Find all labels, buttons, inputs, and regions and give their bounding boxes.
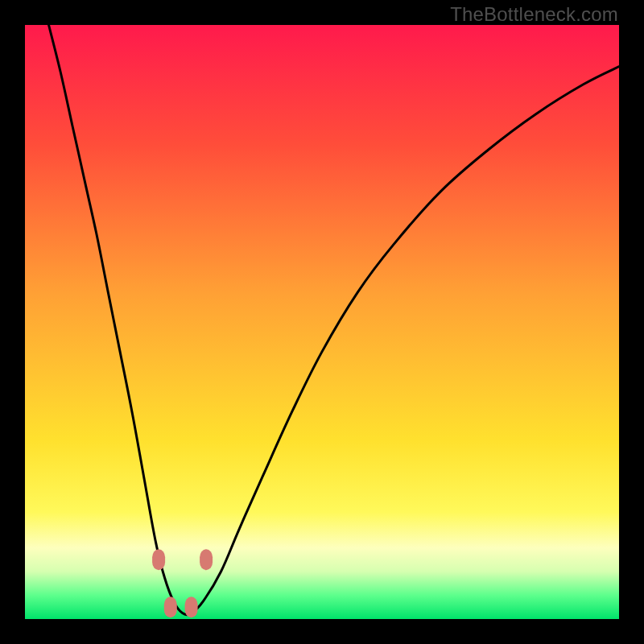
plot-area: [25, 25, 619, 619]
curve-markers: [152, 549, 213, 617]
curve-marker: [200, 549, 213, 570]
curve-marker: [164, 597, 177, 617]
curve-marker: [152, 549, 165, 570]
bottleneck-curve: [49, 25, 620, 615]
curve-marker: [185, 597, 198, 617]
watermark-text: TheBottleneck.com: [450, 3, 618, 26]
outer-frame: TheBottleneck.com: [0, 0, 644, 644]
curve-layer: [25, 25, 619, 619]
